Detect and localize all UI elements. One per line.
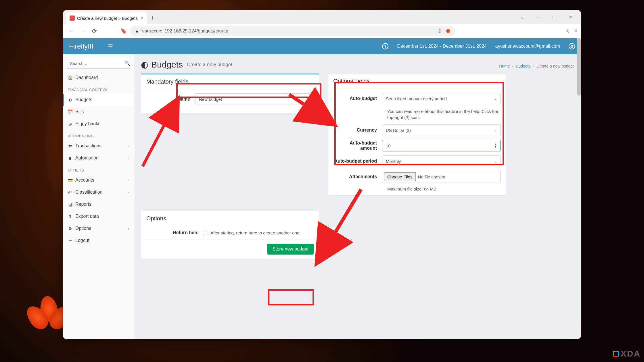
security-label: Not secure (141, 28, 162, 33)
file-input[interactable]: Choose Files No file chosen (382, 171, 501, 182)
sidebar-toggle-icon[interactable]: ☰ (105, 43, 116, 50)
sidebar-item-reports[interactable]: 📊Reports (63, 198, 134, 210)
store-new-budget-button[interactable]: Store new budget (267, 244, 314, 255)
period-label: Auto-budget period (333, 159, 382, 164)
return-here-checkbox[interactable] (204, 231, 208, 235)
tags-icon: 🏷 (68, 190, 72, 195)
sidebar-item-budgets[interactable]: ◐Budgets (63, 94, 134, 106)
sidebar-item-dashboard[interactable]: 🏠Dashboard (63, 72, 134, 84)
maximize-button[interactable]: ▢ (546, 11, 562, 23)
annotation-highlight (268, 289, 314, 305)
watermark-icon (613, 351, 619, 357)
help-icon[interactable]: ? (382, 43, 388, 49)
sliders-icon: ⚙ (68, 226, 72, 231)
chevron-down-icon: ⌄ (494, 97, 497, 101)
auto-budget-label: Auto-budget (333, 96, 382, 101)
exchange-icon: ⇄ (68, 144, 72, 148)
main-content: ◐ Budgets Create a new budget Home› Budg… (134, 54, 581, 339)
chevron-down-icon: ⌄ (494, 128, 497, 132)
amount-label: Auto-budget amount (333, 140, 382, 151)
watermark: XDA (613, 349, 641, 359)
sidebar: 🔍 🏠Dashboard FINANCIAL CONTROL ◐Budgets … (63, 54, 134, 339)
search-input[interactable] (70, 61, 124, 66)
share-icon[interactable]: ⇧ (438, 28, 442, 34)
auto-budget-help: You can read more about this feature in … (387, 108, 501, 120)
mandatory-fields-box: Mandatory fields Name (141, 74, 319, 113)
app-logo[interactable]: FireflyIII (69, 42, 105, 50)
browser-tab[interactable]: Create a new budget » Budgets × (66, 12, 147, 24)
pie-chart-icon: ◐ (141, 59, 148, 70)
amount-input[interactable]: 10▲▼ (382, 140, 501, 151)
sidebar-item-classification[interactable]: 🏷Classification‹ (63, 186, 134, 198)
sidebar-item-automation[interactable]: ▮Automation‹ (63, 152, 134, 164)
chevron-down-icon: ⌄ (494, 159, 497, 163)
options-box: Options Return here After storing, retur… (141, 211, 319, 259)
search-icon[interactable]: 🔍 (124, 61, 130, 66)
tabs-dropdown-icon[interactable]: ⌄ (514, 11, 530, 23)
chevron-left-icon: ‹ (128, 226, 129, 231)
sidebar-item-options[interactable]: ⚙Options‹ (63, 222, 134, 234)
file-status: No file chosen (416, 174, 445, 179)
sidebar-header-others: OTHERS (63, 164, 134, 174)
pie-chart-icon: ◐ (68, 97, 72, 102)
app-topbar: FireflyIII ☰ ? December 1st, 2024 - Dece… (63, 38, 581, 54)
bar-chart-icon: 📊 (68, 202, 72, 207)
url-box[interactable]: ▲ Not secure 192.168.29.124/budgets/crea… (130, 26, 455, 36)
sidebar-item-accounts[interactable]: 💳Accounts‹ (63, 174, 134, 186)
sidebar-item-piggy[interactable]: ◎Piggy banks (63, 118, 134, 130)
new-tab-button[interactable]: + (147, 12, 158, 24)
shield-icon[interactable]: ⬢ (446, 28, 451, 34)
sidebar-item-logout[interactable]: ↪Logout (63, 234, 134, 247)
target-icon: ◎ (68, 122, 72, 126)
sidebar-item-export[interactable]: ⬆Export data (63, 210, 134, 222)
browser-window: Create a new budget » Budgets × + ⌄ — ▢ … (63, 10, 581, 339)
chevron-left-icon: ‹ (128, 144, 129, 148)
currency-select[interactable]: US Dollar ($)⌄ (382, 124, 501, 136)
name-label: Name (146, 97, 195, 102)
breadcrumb-budgets[interactable]: Budgets (516, 64, 530, 68)
card-icon: 💳 (68, 178, 72, 182)
currency-label: Currency (333, 128, 382, 133)
automation-icon: ▮ (68, 156, 72, 160)
breadcrumb-home[interactable]: Home (499, 64, 510, 68)
auto-budget-select[interactable]: Set a fixed amount every period⌄ (382, 93, 501, 104)
optional-fields-box: Optional fields Auto-budget Set a fixed … (328, 74, 506, 196)
close-window-button[interactable]: ✕ (562, 11, 578, 23)
box-header: Mandatory fields (141, 74, 319, 89)
close-tab-icon[interactable]: × (140, 15, 143, 21)
bookmark-icon[interactable]: 🔖 (120, 28, 127, 34)
tab-bar: Create a new budget » Budgets × + ⌄ — ▢ … (63, 10, 581, 24)
box-header: Options (141, 211, 319, 226)
search-input-wrap[interactable]: 🔍 (67, 58, 130, 69)
number-stepper-icon[interactable]: ▲▼ (494, 143, 497, 148)
breadcrumb-current: Create a new budget (536, 64, 574, 68)
calendar-icon: 📅 (68, 109, 72, 114)
menu-icon[interactable]: ≡ (574, 28, 577, 34)
minimize-button[interactable]: — (530, 11, 546, 23)
user-email[interactable]: ayushsnewaccount@gmail.com (495, 44, 560, 49)
back-button[interactable]: ← (67, 26, 76, 35)
name-input[interactable] (195, 93, 314, 105)
chevron-left-icon: ‹ (128, 178, 129, 182)
settings-gear-icon[interactable]: ⚙ (569, 43, 575, 49)
upload-icon: ⬆ (68, 214, 72, 219)
forward-button[interactable]: → (79, 26, 89, 35)
return-here-label: Return here (146, 230, 204, 235)
music-icon[interactable]: ♫ (566, 28, 570, 34)
favicon (70, 16, 75, 21)
sidebar-item-transactions[interactable]: ⇄Transactions‹ (63, 140, 134, 152)
max-file-size-note: Maximum file size: 64 MB (387, 186, 501, 191)
period-select[interactable]: Monthly⌄ (382, 155, 501, 167)
chevron-left-icon: ‹ (128, 190, 129, 195)
reload-button[interactable]: ⟳ (92, 28, 97, 34)
date-range[interactable]: December 1st, 2024 - December 31st, 2024 (397, 44, 486, 49)
sidebar-header-financial: FINANCIAL CONTROL (63, 84, 134, 94)
warning-icon: ▲ (135, 28, 139, 33)
address-bar: ← → ⟳ 🔖 ▲ Not secure 192.168.29.124/budg… (63, 24, 581, 38)
return-here-text: After storing, return here to create ano… (210, 230, 301, 235)
sidebar-item-bills[interactable]: 📅Bills (63, 106, 134, 118)
sidebar-header-accounting: ACCOUNTING (63, 130, 134, 140)
chevron-left-icon: ‹ (128, 156, 129, 160)
breadcrumb: Home› Budgets› Create a new budget (499, 64, 574, 68)
choose-files-button[interactable]: Choose Files (384, 172, 416, 181)
